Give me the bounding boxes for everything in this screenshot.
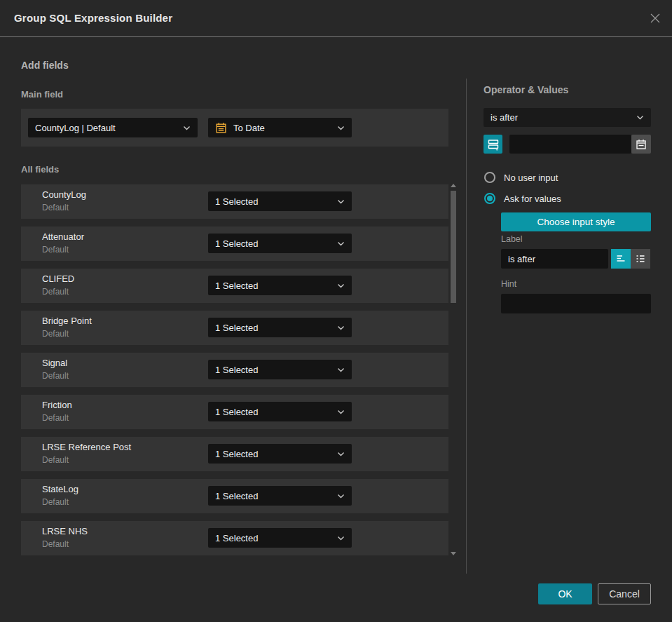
label-caption: Label xyxy=(501,234,523,244)
calendar-icon xyxy=(215,122,227,134)
field-row: Friction Default 1 Selected xyxy=(21,395,448,429)
add-fields-heading: Add fields xyxy=(21,60,69,71)
label-input[interactable] xyxy=(501,249,608,269)
chevron-down-icon xyxy=(183,126,191,130)
chevron-down-icon xyxy=(337,367,345,372)
field-name: Attenuator xyxy=(42,231,84,242)
group-sql-expression-builder-dialog: Group SQL Expression Builder Add fields … xyxy=(0,0,672,622)
field-selection-dropdown[interactable]: 1 Selected xyxy=(208,191,352,211)
choose-input-style-button[interactable]: Choose input style xyxy=(501,212,651,231)
field-selection-value: 1 Selected xyxy=(215,280,331,291)
field-type-label: Default xyxy=(42,371,69,381)
stacked-input-type-icon xyxy=(487,138,500,151)
hint-input[interactable] xyxy=(501,294,651,313)
field-type-label: Default xyxy=(42,497,69,507)
date-type-dropdown-value: To Date xyxy=(233,123,331,133)
field-name: CountyLog xyxy=(42,189,86,200)
field-type-label: Default xyxy=(42,245,69,255)
radio-circle-icon xyxy=(484,172,495,183)
list-style-button[interactable] xyxy=(631,249,650,269)
main-field-dropdown-value: CountyLog | Default xyxy=(35,123,177,133)
field-row: StateLog Default 1 Selected xyxy=(21,479,448,513)
no-user-input-radio[interactable]: No user input xyxy=(484,172,558,183)
field-name: Friction xyxy=(42,400,72,410)
field-type-label: Default xyxy=(42,287,69,297)
field-selection-value: 1 Selected xyxy=(215,238,331,249)
chevron-down-icon xyxy=(636,115,644,120)
no-user-input-label: No user input xyxy=(504,173,558,183)
field-selection-value: 1 Selected xyxy=(215,365,331,375)
field-name: CLIFED xyxy=(42,273,74,284)
all-fields-heading: All fields xyxy=(21,164,59,175)
field-type-label: Default xyxy=(42,203,69,212)
field-type-label: Default xyxy=(42,413,69,423)
field-row: Attenuator Default 1 Selected xyxy=(21,227,448,261)
field-type-label: Default xyxy=(42,455,69,465)
field-selection-dropdown[interactable]: 1 Selected xyxy=(208,318,352,337)
field-selection-dropdown[interactable]: 1 Selected xyxy=(208,276,352,295)
chevron-down-icon xyxy=(337,410,345,414)
value-input[interactable] xyxy=(509,135,631,154)
title-bar: Group SQL Expression Builder xyxy=(0,0,672,37)
scrollbar-thumb[interactable] xyxy=(451,191,456,303)
field-row: Bridge Point Default 1 Selected xyxy=(21,311,448,345)
field-selection-value: 1 Selected xyxy=(215,533,331,543)
hint-caption: Hint xyxy=(501,279,516,289)
field-name: LRSE NHS xyxy=(42,526,88,536)
field-type-label: Default xyxy=(42,539,69,549)
main-field-panel: CountyLog | Default To Date xyxy=(21,109,448,147)
scroll-down-arrow-icon[interactable] xyxy=(451,552,456,555)
field-selection-dropdown[interactable]: 1 Selected xyxy=(208,528,352,548)
field-selection-dropdown[interactable]: 1 Selected xyxy=(208,234,352,253)
all-fields-list: CountyLog Default 1 Selected Attenuator … xyxy=(21,184,448,563)
field-row: Signal Default 1 Selected xyxy=(21,353,448,387)
main-field-heading: Main field xyxy=(21,89,63,100)
ask-for-values-radio[interactable]: Ask for values xyxy=(484,193,561,204)
scroll-up-arrow-icon[interactable] xyxy=(451,184,456,187)
field-row: CountyLog Default 1 Selected xyxy=(21,184,448,219)
dialog-title: Group SQL Expression Builder xyxy=(14,0,172,36)
operator-dropdown-value: is after xyxy=(491,112,631,123)
field-selection-value: 1 Selected xyxy=(215,407,331,417)
calendar-icon xyxy=(636,139,647,150)
chevron-down-icon xyxy=(337,241,345,246)
chevron-down-icon xyxy=(337,126,345,130)
date-type-dropdown[interactable]: To Date xyxy=(208,118,352,137)
list-icon xyxy=(635,253,646,264)
field-selection-value: 1 Selected xyxy=(215,449,331,459)
chevron-down-icon xyxy=(337,199,345,204)
field-selection-dropdown[interactable]: 1 Selected xyxy=(208,360,352,379)
field-name: StateLog xyxy=(42,484,78,494)
single-line-style-button[interactable] xyxy=(611,249,631,269)
field-name: LRSE Reference Post xyxy=(42,442,131,452)
date-picker-button[interactable] xyxy=(631,135,651,154)
field-name: Signal xyxy=(42,358,67,368)
operator-values-heading: Operator & Values xyxy=(484,84,568,95)
radio-selected-icon xyxy=(484,193,495,204)
chevron-down-icon xyxy=(337,452,345,457)
chevron-down-icon xyxy=(337,325,345,330)
main-field-dropdown[interactable]: CountyLog | Default xyxy=(28,118,198,137)
field-selection-dropdown[interactable]: 1 Selected xyxy=(208,402,352,421)
cancel-button[interactable]: Cancel xyxy=(598,583,651,604)
chevron-down-icon xyxy=(337,283,345,288)
field-selection-value: 1 Selected xyxy=(215,323,331,333)
chevron-down-icon xyxy=(337,536,345,541)
field-selection-dropdown[interactable]: 1 Selected xyxy=(208,486,352,506)
ok-button[interactable]: OK xyxy=(538,583,592,604)
field-row: LRSE NHS Default 1 Selected xyxy=(21,521,448,555)
single-line-text-icon xyxy=(615,253,626,264)
panel-divider xyxy=(466,79,467,574)
field-type-label: Default xyxy=(42,329,69,339)
field-name: Bridge Point xyxy=(42,316,92,326)
field-row: LRSE Reference Post Default 1 Selected xyxy=(21,437,448,471)
field-row: CLIFED Default 1 Selected xyxy=(21,269,448,303)
operator-dropdown[interactable]: is after xyxy=(484,108,651,127)
field-selection-dropdown[interactable]: 1 Selected xyxy=(208,444,352,464)
field-selection-value: 1 Selected xyxy=(215,196,331,207)
input-type-toggle-button[interactable] xyxy=(484,135,502,154)
chevron-down-icon xyxy=(337,494,345,499)
fields-list-scrollbar xyxy=(451,181,456,557)
field-selection-value: 1 Selected xyxy=(215,491,331,501)
close-icon[interactable] xyxy=(648,11,662,25)
